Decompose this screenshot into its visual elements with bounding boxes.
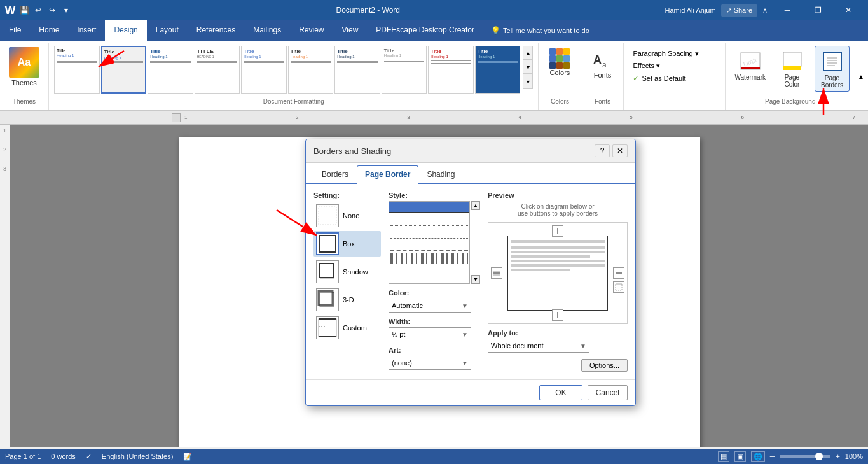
watermark-icon: Draft	[738, 48, 763, 74]
setting-custom[interactable]: Custom	[313, 315, 381, 341]
setting-box[interactable]: Box	[313, 231, 381, 257]
collapse-ribbon-icon[interactable]: ∧	[762, 6, 768, 15]
setting-3d-label: 3-D	[343, 296, 354, 304]
style-scroll-up[interactable]: ▲	[471, 201, 480, 210]
ribbon-group-fonts: A a Fonts Fonts	[581, 43, 624, 110]
page-borders-button[interactable]: PageBorders	[815, 46, 850, 92]
restore-button[interactable]: ❐	[803, 0, 832, 20]
dialog-tab-shading[interactable]: Shading	[418, 165, 463, 183]
gallery-more-arrow[interactable]: ▾	[523, 74, 533, 89]
art-value: (none)	[392, 359, 412, 367]
style-label: Style:	[389, 192, 480, 199]
style-scroll-down[interactable]: ▼	[471, 275, 480, 284]
style-thumb-3[interactable]: Title Heading 1	[148, 46, 193, 94]
apply-to-value: Whole document	[491, 342, 544, 349]
tab-mailings[interactable]: Mailings	[244, 20, 290, 41]
style-scroll-track	[471, 210, 480, 275]
svg-rect-28	[616, 284, 622, 290]
style-thumb-4[interactable]: TITLE HEADING 1	[195, 46, 240, 94]
style-dotted[interactable]	[390, 214, 468, 226]
style-thumb-8[interactable]: Tit1e Heading 1	[382, 46, 427, 94]
fonts-button[interactable]: A a Fonts	[586, 46, 618, 81]
watermark-button[interactable]: Draft Watermark	[731, 46, 769, 83]
style-thumb-6[interactable]: Title Heading 1	[288, 46, 334, 94]
dialog-tab-borders[interactable]: Borders	[313, 165, 357, 183]
preview-bottom-btn[interactable]	[552, 309, 563, 321]
title-bar: W 💾 ↩ ↪ ▾ Document2 - Word Hamid Ali Anj…	[0, 0, 868, 20]
preview-corner-btn[interactable]	[613, 281, 624, 293]
dialog-tabs: Borders Page Border Shading	[306, 165, 635, 184]
tab-view[interactable]: View	[333, 20, 368, 41]
tell-me-area: 💡 Tell me what you want to do	[483, 20, 868, 41]
undo-icon[interactable]: ↩	[33, 5, 43, 15]
style-dashed2[interactable]	[390, 240, 468, 251]
fonts-group-label: Fonts	[595, 97, 610, 108]
tab-file[interactable]: File	[0, 20, 30, 41]
gallery-up-arrow[interactable]: ▲	[523, 46, 533, 60]
setting-panel: Setting: None	[313, 192, 381, 372]
preview-label: Preview	[488, 192, 628, 199]
minimize-button[interactable]: ─	[773, 0, 802, 20]
cancel-button[interactable]: Cancel	[588, 385, 628, 400]
style-solid[interactable]	[389, 202, 469, 213]
tab-pdfescaope[interactable]: PDFEscape Desktop Creator	[367, 20, 483, 41]
apply-to-select[interactable]: Whole document ▼	[488, 339, 589, 353]
dialog-tab-page-border[interactable]: Page Border	[357, 165, 418, 184]
preview-left-btn[interactable]	[491, 267, 502, 279]
art-select[interactable]: (none) ▼	[389, 356, 471, 370]
share-button[interactable]: ↗ Share	[721, 4, 757, 17]
style-thumb-9[interactable]: Title Heading 1	[428, 46, 474, 94]
redo-icon[interactable]: ↪	[47, 5, 57, 15]
themes-button[interactable]: Aa Themes	[5, 46, 43, 88]
ruler-numbers: 1234567	[172, 115, 868, 120]
setting-items: None Box	[313, 203, 381, 341]
share-label: Share	[734, 6, 752, 14]
set-default-button[interactable]: ✓ Set as Default	[629, 73, 689, 84]
setting-none[interactable]: None	[313, 203, 381, 228]
close-button[interactable]: ✕	[834, 0, 863, 20]
style-thumb-7[interactable]: Title Heading 1	[334, 46, 380, 94]
style-thumb-10[interactable]: Title Heading 1	[475, 46, 521, 94]
svg-rect-12	[319, 207, 336, 225]
style-thumb-5[interactable]: Title Heading 1	[241, 46, 287, 94]
setting-custom-label: Custom	[343, 324, 367, 332]
tab-references[interactable]: References	[188, 20, 244, 41]
ruler-marks: 1234567	[0, 111, 868, 124]
left-margin-indicator[interactable]	[172, 113, 181, 122]
colors-button[interactable]: Colors	[544, 46, 575, 79]
style-list[interactable]	[389, 201, 470, 284]
setting-shadow[interactable]: Shadow	[313, 259, 381, 285]
effects-button[interactable]: Effects ▾	[629, 60, 663, 71]
style-dashed1[interactable]	[390, 227, 468, 239]
preview-right-btn[interactable]	[613, 267, 624, 279]
setting-shadow-icon	[316, 260, 339, 283]
customize-icon[interactable]: ▾	[61, 5, 71, 15]
setting-3d[interactable]: 3-D	[313, 287, 381, 313]
color-select[interactable]: Automatic ▼	[389, 299, 471, 313]
paragraph-spacing-button[interactable]: Paragraph Spacing ▾	[629, 48, 702, 59]
style-dashdot[interactable]	[390, 253, 468, 264]
tab-insert[interactable]: Insert	[68, 20, 105, 41]
gallery-down-arrow[interactable]: ▼	[523, 60, 533, 74]
page-background-label: Page Background	[765, 97, 816, 108]
ribbon-group-colors: Colors Colors	[539, 43, 581, 110]
tab-review[interactable]: Review	[290, 20, 333, 41]
dialog-close-button[interactable]: ✕	[612, 144, 628, 157]
dialog-help-button[interactable]: ?	[595, 144, 610, 157]
tab-home[interactable]: Home	[30, 20, 68, 41]
tell-me-input[interactable]: Tell me what you want to do	[503, 27, 589, 34]
ok-button[interactable]: OK	[539, 385, 582, 400]
options-button[interactable]: Options...	[581, 359, 628, 372]
preview-panel: Preview Click on diagram below oruse but…	[488, 192, 628, 372]
width-select[interactable]: ½ pt ▼	[389, 327, 471, 341]
setting-box-icon	[316, 232, 339, 255]
preview-top-btn[interactable]	[552, 225, 563, 237]
save-icon[interactable]: 💾	[19, 5, 29, 15]
style-thumb-normal[interactable]: Title Heading 1	[54, 46, 100, 94]
style-thumb-active[interactable]: Title Heading 1	[101, 46, 147, 94]
page-color-button[interactable]: PageColor	[775, 46, 809, 90]
tab-layout[interactable]: Layout	[147, 20, 188, 41]
tab-design[interactable]: Design	[105, 20, 146, 41]
ribbon-collapse-icon[interactable]: ▲	[858, 73, 864, 80]
dialog-title-bar: Borders and Shading ? ✕	[306, 139, 635, 163]
